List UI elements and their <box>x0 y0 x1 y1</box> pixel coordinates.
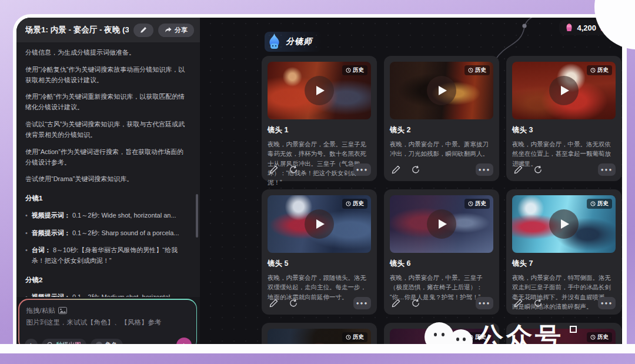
play-button[interactable] <box>427 209 456 239</box>
edit-scene-button[interactable] <box>133 24 153 37</box>
shot-title: 镜头 1 <box>268 125 371 135</box>
shot-thumbnail[interactable]: 历史 <box>268 195 371 253</box>
refresh-icon <box>411 165 420 174</box>
chat-paragraph: 尝试以“古风”为关键词搜索知识库，获取与古代宫廷或武侠背景相关的分镜知识。 <box>25 119 188 141</box>
shot-actions: ●●● <box>514 297 616 309</box>
regenerate-shot-button[interactable] <box>411 299 420 308</box>
more-options-button[interactable]: ●●● <box>598 163 616 176</box>
edit-shot-button[interactable] <box>514 299 523 308</box>
shot-title: 镜头 6 <box>390 259 493 269</box>
bullet-label: 台词： <box>32 246 51 253</box>
play-button[interactable] <box>305 76 334 105</box>
shot-thumbnail[interactable]: 历史 <box>512 195 616 253</box>
chat-transcript[interactable]: 分镜信息，为生成分镜提示词做准备。使用“冷酷复仇”作为关键词搜索故事动画分镜知识… <box>16 42 200 297</box>
pencil-icon <box>514 299 523 308</box>
shot-thumbnail[interactable]: 历史 <box>390 62 493 119</box>
prompt-input[interactable]: 拖拽/粘贴 图片到这里，来试试【角色】、【风格】参考 + <box>19 300 196 350</box>
history-badge-label: 历史 <box>597 333 609 341</box>
shot-actions: ●●● <box>269 297 371 309</box>
play-button[interactable] <box>305 209 334 239</box>
cupcake-icon <box>565 24 573 32</box>
shot-title: 镜头 2 <box>390 125 493 135</box>
shot-actions: ●●● <box>514 163 616 176</box>
more-options-button[interactable]: ●●● <box>476 297 493 309</box>
bullet-text: 视频提示词： 0.1～2秒: Medium shot, horizontal .… <box>32 292 178 297</box>
shot-thumbnail[interactable]: 历史 <box>390 195 493 253</box>
flame-bot-icon <box>268 34 281 50</box>
regenerate-shot-button[interactable] <box>533 299 543 308</box>
regenerate-shot-button[interactable] <box>289 299 298 308</box>
edit-shot-button[interactable] <box>269 165 279 175</box>
input-placeholder: 拖拽/粘贴 图片到这里，来试试【角色】、【风格】参考 <box>26 306 189 327</box>
history-badge-label: 历史 <box>597 200 609 208</box>
play-button[interactable] <box>549 209 579 239</box>
scene-title: 场景1: 内景 - 宴会厅 - 夜晚 (30秒) [... <box>25 25 129 35</box>
edit-shot-button[interactable] <box>269 299 279 308</box>
shot-card[interactable]: 历史镜头 2夜晚，内景宴会厅，中景。萧寒拔刀冲出，刀光如残影，瞬间砍翻两人。●●… <box>384 56 499 181</box>
clock-icon <box>468 68 473 73</box>
play-icon <box>439 86 447 95</box>
edit-shot-button[interactable] <box>392 165 401 175</box>
shot-thumbnail[interactable]: 历史 <box>268 62 371 119</box>
refresh-icon <box>533 299 543 308</box>
chat-paragraph: 使用“Action”作为关键词进行搜索，旨在获取动作场面的分镜设计参考。 <box>25 147 188 168</box>
shot-title: 镜头 5 <box>268 259 371 269</box>
shot-section-heading: 分镜2 <box>25 275 188 286</box>
edit-shot-button[interactable] <box>514 165 523 175</box>
history-badge-label: 历史 <box>353 200 364 208</box>
bullet-label: 视频提示词： <box>32 212 71 219</box>
shot-card[interactable]: 历史镜头 6夜晚，内景宴会厅，中景。三皇子（极度恐惧，瘫在椅子上后退）：“你…你… <box>384 189 499 315</box>
regenerate-shot-button[interactable] <box>289 165 298 175</box>
thread-decoration <box>487 18 552 61</box>
history-badge: 历史 <box>342 332 367 342</box>
pencil-icon <box>392 299 400 308</box>
more-options-button[interactable]: ●●● <box>598 297 616 309</box>
regenerate-shot-button[interactable] <box>533 165 543 175</box>
shot-card[interactable]: 历史镜头 5夜晚，内景宴会厅，跟随镜头。洛无双缓缓站起，走向主位。每走一步，地面… <box>262 189 377 315</box>
more-options-button[interactable]: ●●● <box>476 163 493 176</box>
clock-icon <box>346 201 351 206</box>
play-button[interactable] <box>549 76 579 105</box>
shot-actions: ●●● <box>269 163 371 176</box>
edit-shot-button[interactable] <box>392 299 401 308</box>
shot-card[interactable]: 历史镜头 1夜晚，内景宴会厅，全景。三皇子见毒药无效，摔杯为号。数十名黑衣死士从… <box>262 56 377 181</box>
bullet-text: 视频提示词： 0.1～2秒: Wide shot, horizontal an.… <box>32 211 176 221</box>
bottom-white-band <box>0 344 635 353</box>
history-badge: 历史 <box>587 65 612 75</box>
shot-actions: ●●● <box>392 163 493 176</box>
refresh-icon <box>411 299 420 308</box>
script-panel: 场景1: 内景 - 宴会厅 - 夜晚 (30秒) [... 分享 分镜信息，为生… <box>16 18 200 353</box>
clock-icon <box>590 201 596 206</box>
bullet-label: 音频提示词： <box>32 229 71 236</box>
history-badge-label: 历史 <box>353 333 364 341</box>
refresh-icon <box>289 299 298 308</box>
chat-paragraph: 使用“冷酷复仇”作为关键词搜索故事动画分镜知识库，以获取相关的分镜设计建议。 <box>25 65 188 86</box>
share-button[interactable]: 分享 <box>158 24 194 37</box>
shot-title: 镜头 3 <box>512 125 616 135</box>
history-badge-label: 历史 <box>353 66 364 74</box>
clock-icon <box>346 335 351 340</box>
agent-name: 分镜师 <box>286 36 312 47</box>
pencil-icon <box>269 165 278 174</box>
more-options-button[interactable]: ●●● <box>353 297 371 309</box>
bullet-text: 台词： 8～10秒:【身着华丽古风服饰的男性】“给我杀！把这个妖女剁成肉泥！” <box>32 245 188 266</box>
more-options-button[interactable]: ●●● <box>353 163 371 176</box>
shot-grid: 历史镜头 1夜晚，内景宴会厅，全景。三皇子见毒药无效，摔杯为号。数十名黑衣死士从… <box>262 56 618 353</box>
shot-card[interactable]: 历史镜头 3夜晚，内景宴会厅，中景。洛无双依然坐在位置上，甚至拿起一颗葡萄放进嘴… <box>506 56 621 181</box>
shot-card[interactable]: 历史镜头 7夜晚，内景宴会厅，特写侧面。洛无双走到三皇子面前，手中的冰晶长剑毫无… <box>506 189 621 315</box>
bullet-dot-icon: • <box>25 211 28 221</box>
regenerate-shot-button[interactable] <box>411 165 420 175</box>
refresh-icon <box>533 165 543 174</box>
shot-title: 镜头 7 <box>512 259 616 269</box>
shot-bullet-item: •台词： 8～10秒:【身着华丽古风服饰的男性】“给我杀！把这个妖女剁成肉泥！” <box>25 245 188 266</box>
image-icon <box>58 307 67 314</box>
play-button[interactable] <box>427 76 456 105</box>
history-badge-label: 历史 <box>597 66 609 74</box>
credits-amount: 4,200 <box>577 24 596 32</box>
history-badge: 历史 <box>587 199 612 209</box>
shot-thumbnail[interactable]: 历史 <box>512 62 616 119</box>
bullet-dot-icon: • <box>25 245 28 266</box>
history-badge: 历史 <box>587 332 612 342</box>
scrollbar-thumb[interactable] <box>196 194 198 238</box>
history-badge: 历史 <box>464 199 490 209</box>
